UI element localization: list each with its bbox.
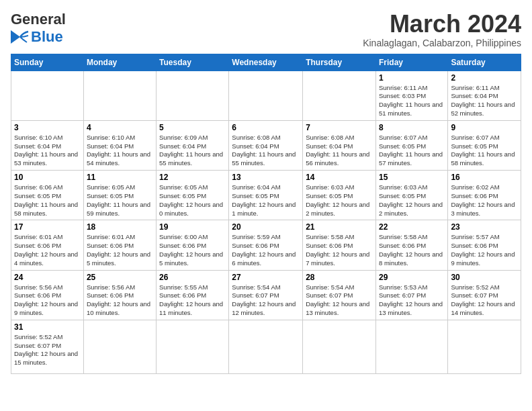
col-wednesday: Wednesday: [229, 54, 303, 71]
calendar-cell-w3-d7: 16Sunrise: 6:02 AM Sunset: 6:06 PM Dayli…: [448, 171, 521, 220]
calendar-cell-w5-d7: 30Sunrise: 5:52 AM Sunset: 6:07 PM Dayli…: [448, 270, 521, 320]
calendar-cell-w4-d3: 19Sunrise: 6:00 AM Sunset: 6:06 PM Dayli…: [157, 220, 229, 270]
day-number: 31: [14, 322, 81, 332]
day-info: Sunrise: 5:52 AM Sunset: 6:07 PM Dayligh…: [14, 333, 81, 367]
day-info: Sunrise: 6:08 AM Sunset: 6:04 PM Dayligh…: [232, 134, 300, 168]
calendar-cell-w5-d5: 28Sunrise: 5:54 AM Sunset: 6:07 PM Dayli…: [303, 270, 376, 320]
day-info: Sunrise: 5:56 AM Sunset: 6:06 PM Dayligh…: [87, 283, 153, 318]
page-header: General Blue March 2024 Kinalaglagan, Ca…: [11, 11, 521, 48]
col-friday: Friday: [375, 54, 447, 71]
day-number: 10: [14, 173, 81, 182]
calendar-cell-w6-d1: 31Sunrise: 5:52 AM Sunset: 6:07 PM Dayli…: [11, 320, 84, 373]
day-number: 21: [306, 222, 373, 232]
calendar-cell-w1-d6: 1Sunrise: 6:11 AM Sunset: 6:03 PM Daylig…: [375, 71, 447, 120]
day-info: Sunrise: 6:00 AM Sunset: 6:06 PM Dayligh…: [159, 233, 226, 267]
calendar-header-row: Sunday Monday Tuesday Wednesday Thursday…: [11, 54, 521, 71]
calendar-cell-w1-d1: [11, 71, 84, 120]
calendar-cell-w4-d7: 23Sunrise: 5:57 AM Sunset: 6:06 PM Dayli…: [448, 220, 521, 270]
day-number: 30: [451, 273, 518, 282]
day-info: Sunrise: 6:07 AM Sunset: 6:05 PM Dayligh…: [379, 134, 445, 168]
calendar-cell-w6-d3: [157, 320, 229, 373]
calendar-cell-w3-d5: 14Sunrise: 6:03 AM Sunset: 6:05 PM Dayli…: [303, 171, 376, 220]
day-info: Sunrise: 6:10 AM Sunset: 6:04 PM Dayligh…: [87, 134, 153, 168]
day-info: Sunrise: 6:07 AM Sunset: 6:05 PM Dayligh…: [451, 134, 518, 168]
calendar-cell-w3-d1: 10Sunrise: 6:06 AM Sunset: 6:05 PM Dayli…: [11, 171, 84, 220]
day-info: Sunrise: 6:03 AM Sunset: 6:05 PM Dayligh…: [306, 183, 373, 218]
calendar-cell-w4-d4: 20Sunrise: 5:59 AM Sunset: 6:06 PM Dayli…: [229, 220, 303, 270]
day-info: Sunrise: 5:53 AM Sunset: 6:07 PM Dayligh…: [379, 283, 445, 318]
day-number: 19: [159, 222, 226, 232]
logo-general: General: [11, 11, 66, 28]
calendar-cell-w2-d1: 3Sunrise: 6:10 AM Sunset: 6:04 PM Daylig…: [11, 120, 84, 170]
calendar-cell-w6-d5: [303, 320, 376, 373]
day-info: Sunrise: 6:01 AM Sunset: 6:06 PM Dayligh…: [14, 233, 81, 267]
day-number: 6: [232, 123, 300, 132]
day-info: Sunrise: 5:56 AM Sunset: 6:06 PM Dayligh…: [14, 283, 81, 318]
calendar-cell-w5-d2: 25Sunrise: 5:56 AM Sunset: 6:06 PM Dayli…: [83, 270, 156, 320]
day-number: 15: [379, 173, 445, 182]
day-info: Sunrise: 5:58 AM Sunset: 6:06 PM Dayligh…: [306, 233, 373, 267]
day-info: Sunrise: 5:54 AM Sunset: 6:07 PM Dayligh…: [306, 283, 373, 318]
day-info: Sunrise: 6:01 AM Sunset: 6:06 PM Dayligh…: [87, 233, 153, 267]
day-info: Sunrise: 6:06 AM Sunset: 6:05 PM Dayligh…: [14, 183, 81, 218]
day-info: Sunrise: 5:57 AM Sunset: 6:06 PM Dayligh…: [451, 233, 518, 267]
week-row-5: 24Sunrise: 5:56 AM Sunset: 6:06 PM Dayli…: [11, 270, 521, 320]
col-saturday: Saturday: [448, 54, 521, 71]
week-row-3: 10Sunrise: 6:06 AM Sunset: 6:05 PM Dayli…: [11, 171, 521, 220]
col-tuesday: Tuesday: [157, 54, 229, 71]
calendar-cell-w2-d3: 5Sunrise: 6:09 AM Sunset: 6:04 PM Daylig…: [157, 120, 229, 170]
day-info: Sunrise: 5:52 AM Sunset: 6:07 PM Dayligh…: [451, 283, 518, 318]
day-number: 13: [232, 173, 300, 182]
calendar-cell-w5-d6: 29Sunrise: 5:53 AM Sunset: 6:07 PM Dayli…: [375, 270, 447, 320]
day-info: Sunrise: 5:58 AM Sunset: 6:06 PM Dayligh…: [379, 233, 445, 267]
day-info: Sunrise: 6:02 AM Sunset: 6:06 PM Dayligh…: [451, 183, 518, 218]
calendar-cell-w1-d3: [157, 71, 229, 120]
calendar-cell-w2-d4: 6Sunrise: 6:08 AM Sunset: 6:04 PM Daylig…: [229, 120, 303, 170]
week-row-1: 1Sunrise: 6:11 AM Sunset: 6:03 PM Daylig…: [11, 71, 521, 120]
day-info: Sunrise: 6:10 AM Sunset: 6:04 PM Dayligh…: [14, 134, 81, 168]
day-info: Sunrise: 6:03 AM Sunset: 6:05 PM Dayligh…: [379, 183, 445, 218]
day-number: 2: [451, 73, 518, 83]
day-number: 8: [379, 123, 445, 132]
day-number: 17: [14, 222, 81, 232]
calendar-cell-w5-d3: 26Sunrise: 5:55 AM Sunset: 6:06 PM Dayli…: [157, 270, 229, 320]
calendar-cell-w2-d6: 8Sunrise: 6:07 AM Sunset: 6:05 PM Daylig…: [375, 120, 447, 170]
calendar-cell-w5-d4: 27Sunrise: 5:54 AM Sunset: 6:07 PM Dayli…: [229, 270, 303, 320]
calendar-cell-w1-d7: 2Sunrise: 6:11 AM Sunset: 6:04 PM Daylig…: [448, 71, 521, 120]
calendar-cell-w3-d2: 11Sunrise: 6:05 AM Sunset: 6:05 PM Dayli…: [83, 171, 156, 220]
day-number: 24: [14, 273, 81, 282]
day-number: 26: [159, 273, 226, 282]
day-number: 20: [232, 222, 300, 232]
day-number: 23: [451, 222, 518, 232]
day-number: 12: [159, 173, 226, 182]
calendar-cell-w6-d4: [229, 320, 303, 373]
calendar-cell-w1-d2: [83, 71, 156, 120]
svg-marker-0: [11, 30, 20, 44]
calendar-cell-w5-d1: 24Sunrise: 5:56 AM Sunset: 6:06 PM Dayli…: [11, 270, 84, 320]
col-sunday: Sunday: [11, 54, 84, 71]
day-info: Sunrise: 5:55 AM Sunset: 6:06 PM Dayligh…: [159, 283, 226, 318]
calendar-cell-w1-d5: [303, 71, 376, 120]
day-number: 18: [87, 222, 153, 232]
calendar-cell-w6-d2: [83, 320, 156, 373]
day-number: 16: [451, 173, 518, 182]
calendar-cell-w4-d2: 18Sunrise: 6:01 AM Sunset: 6:06 PM Dayli…: [83, 220, 156, 270]
day-info: Sunrise: 5:59 AM Sunset: 6:06 PM Dayligh…: [232, 233, 300, 267]
day-info: Sunrise: 6:11 AM Sunset: 6:04 PM Dayligh…: [451, 84, 518, 118]
month-title: March 2024: [363, 11, 521, 38]
day-number: 29: [379, 273, 445, 282]
calendar-cell-w3-d4: 13Sunrise: 6:04 AM Sunset: 6:05 PM Dayli…: [229, 171, 303, 220]
logo-icon: [11, 30, 30, 44]
day-info: Sunrise: 6:11 AM Sunset: 6:03 PM Dayligh…: [379, 84, 445, 118]
day-number: 28: [306, 273, 373, 282]
day-number: 14: [306, 173, 373, 182]
col-monday: Monday: [83, 54, 156, 71]
calendar-cell-w6-d7: [448, 320, 521, 373]
day-info: Sunrise: 6:04 AM Sunset: 6:05 PM Dayligh…: [232, 183, 300, 218]
calendar-cell-w4-d5: 21Sunrise: 5:58 AM Sunset: 6:06 PM Dayli…: [303, 220, 376, 270]
logo-bottom: Blue: [11, 28, 63, 46]
calendar-cell-w2-d5: 7Sunrise: 6:08 AM Sunset: 6:04 PM Daylig…: [303, 120, 376, 170]
day-number: 22: [379, 222, 445, 232]
day-info: Sunrise: 6:05 AM Sunset: 6:05 PM Dayligh…: [87, 183, 153, 218]
day-number: 3: [14, 123, 81, 132]
